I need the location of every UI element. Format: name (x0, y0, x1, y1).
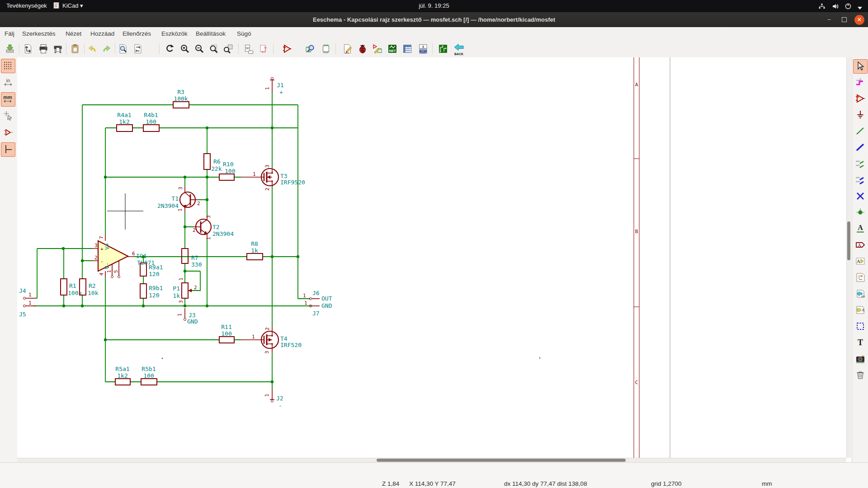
chevron-down-icon[interactable] (857, 5, 863, 11)
edit-fields-button[interactable] (341, 42, 354, 55)
hv-orientation-button[interactable] (1, 142, 15, 157)
component-j2[interactable]: 1 J2 - (264, 388, 283, 409)
menu-edit[interactable]: Szerkesztés (22, 30, 56, 37)
close-button[interactable]: ✕ (854, 15, 864, 25)
zoom-selection-button[interactable] (222, 42, 235, 55)
delete-tool-button[interactable] (854, 368, 867, 382)
menu-place[interactable]: Hozzáad (90, 30, 114, 37)
menu-help[interactable]: Súgó (237, 30, 251, 37)
footprint-editor-button[interactable] (320, 42, 332, 55)
menu-preferences[interactable]: Beállítások (196, 30, 226, 37)
redraw-button[interactable] (164, 42, 176, 55)
schematic-canvas[interactable]: A B C R3 (17, 57, 846, 458)
symbol-table-button[interactable] (401, 42, 414, 55)
place-global-label-button[interactable]: A (854, 238, 867, 252)
place-power-port-button[interactable] (854, 108, 867, 122)
place-hierarchical-sheet-button[interactable] (854, 271, 867, 284)
component-r5b1[interactable]: R5b1 100 (141, 366, 157, 385)
volume-icon[interactable] (832, 3, 839, 11)
place-sheet-pin-button[interactable]: A (854, 303, 867, 317)
page-settings-button[interactable] (22, 42, 34, 55)
redo-button[interactable] (100, 42, 113, 55)
component-t4[interactable]: T4 IRF520 1 2 3 (241, 327, 302, 354)
horizontal-scrollbar-thumb[interactable] (377, 459, 626, 462)
component-t2[interactable]: T2 2N3904 3 2 1 (193, 215, 234, 240)
grid-toggle-button[interactable] (1, 59, 15, 73)
svg-text:R6: R6 (213, 158, 221, 165)
component-j3[interactable]: 1 J3 GND (177, 308, 198, 325)
leave-sheet-button[interactable] (258, 42, 270, 55)
component-r2[interactable]: R2 10k (80, 279, 99, 296)
symbol-table-icon (402, 43, 413, 54)
place-symbol-button[interactable] (854, 92, 867, 105)
page-settings-icon (23, 43, 33, 54)
component-r4a1[interactable]: R4a1 1k2 (117, 112, 132, 131)
erc-button[interactable] (356, 42, 369, 55)
plot-button[interactable] (52, 42, 64, 55)
power-icon[interactable] (844, 3, 852, 11)
component-j7[interactable]: 1 GND J7 (304, 300, 332, 317)
component-r6[interactable]: R6 22k (204, 154, 222, 172)
component-j4[interactable]: 1 J4 (19, 287, 36, 300)
find-replace-button[interactable] (132, 42, 144, 55)
save-button[interactable] (4, 42, 16, 55)
place-junction-button[interactable] (854, 206, 867, 219)
zoom-fit-button[interactable] (208, 42, 220, 55)
place-wire-button[interactable] (854, 124, 867, 138)
component-r5a1[interactable]: R5a1 1k2 (115, 366, 130, 385)
hidden-pins-button[interactable] (1, 126, 15, 139)
component-r8[interactable]: R8 1k (247, 240, 263, 260)
vertical-scrollbar-thumb[interactable] (847, 221, 850, 260)
component-t3[interactable]: T3 IRF9520 1 3 2 (241, 164, 305, 191)
component-j6[interactable]: 1 J6 OUT (303, 290, 332, 302)
no-connect-button[interactable] (854, 189, 867, 203)
find-button[interactable] (117, 42, 129, 55)
back-import-button[interactable]: BACK (451, 42, 467, 55)
component-r11[interactable]: R11 100 (219, 324, 234, 343)
component-j5[interactable]: 1 J5 (19, 300, 36, 318)
menu-view[interactable]: Nézet (66, 30, 81, 37)
bom-button[interactable]: $BOM (417, 42, 429, 55)
zoom-out-button[interactable] (193, 42, 206, 55)
menu-tools[interactable]: Eszközök (161, 30, 188, 37)
menu-inspect[interactable]: Ellenőrzés (123, 30, 151, 37)
component-r3[interactable]: R3 100k (173, 89, 189, 108)
symbol-editor-button[interactable] (281, 42, 293, 55)
cursor-shape-button[interactable] (1, 109, 15, 122)
component-r9b1[interactable]: R9b1 120 (140, 284, 163, 299)
place-net-label-button[interactable]: A (854, 222, 867, 235)
undo-button[interactable] (86, 42, 99, 55)
menu-file[interactable]: Fálj (5, 30, 14, 37)
component-j1[interactable]: 1 J1 + (264, 77, 284, 96)
highlight-net-button[interactable] (854, 75, 867, 89)
hierarchy-navigator-button[interactable] (243, 42, 255, 55)
component-r4b1[interactable]: R4b1 100 (143, 112, 159, 131)
restore-button[interactable] (839, 15, 849, 25)
netlist-button[interactable]: NET (386, 42, 399, 55)
network-icon[interactable] (818, 3, 826, 11)
select-tool-button[interactable] (853, 59, 868, 74)
print-button[interactable] (37, 42, 50, 55)
vertical-scrollbar[interactable] (846, 57, 851, 458)
clock[interactable]: júl. 9. 19:25 (0, 2, 868, 9)
place-hierarchical-label-button[interactable]: A (854, 254, 867, 268)
place-graphic-polyline-button[interactable] (854, 319, 867, 333)
minimize-button[interactable]: – (824, 15, 834, 25)
bus-to-bus-entry-button[interactable] (854, 173, 867, 187)
place-image-button[interactable] (854, 352, 867, 366)
annotate-button[interactable] (371, 42, 384, 55)
component-ic1[interactable]: + - V+ V- 3 2 6 7 4 1 5 IC1 TL071 (92, 235, 155, 278)
zoom-in-button[interactable] (179, 42, 191, 55)
paste-button[interactable] (69, 42, 81, 55)
wire-to-bus-entry-button[interactable] (854, 157, 867, 170)
units-inch-button[interactable]: in (1, 75, 15, 89)
pcbnew-button[interactable] (437, 42, 449, 55)
units-mm-button[interactable]: mm (1, 92, 15, 107)
title-bar[interactable]: Eeschema - Kapcsolási rajz szerkesztő — … (0, 12, 868, 28)
import-sheet-pin-button[interactable]: AD (854, 287, 867, 300)
place-bus-button[interactable] (854, 141, 867, 154)
component-t1[interactable]: T1 2N3904 3 2 1 (157, 187, 200, 212)
symbol-browser-button[interactable] (304, 42, 316, 55)
place-text-button[interactable]: T (854, 336, 867, 349)
component-r1[interactable]: R1 100k (61, 279, 82, 296)
